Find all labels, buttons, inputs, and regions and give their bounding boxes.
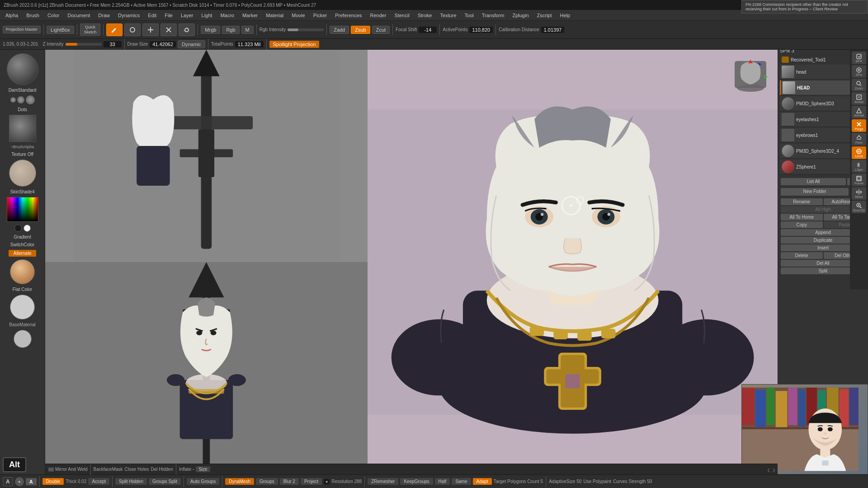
zoom3d-btn[interactable]: Zoom3D (852, 201, 866, 213)
adapt-btn[interactable]: Adapt (473, 478, 492, 485)
projection-master-btn[interactable]: Projection Master (3, 26, 41, 33)
local-btn[interactable]: Local (852, 146, 866, 159)
zoom-btn[interactable]: Zoom (852, 79, 866, 91)
menu-zscript[interactable]: Zscript (533, 12, 556, 19)
frame-btn[interactable]: Frame (852, 174, 866, 186)
menu-transform[interactable]: Transform (478, 12, 508, 19)
accept-btn[interactable]: Accept (88, 478, 109, 485)
actual-btn[interactable]: Actual (852, 92, 866, 105)
delete-btn[interactable]: Delete (781, 252, 823, 259)
menu-marker[interactable]: Marker (239, 12, 261, 19)
menu-brush[interactable]: Brush (23, 12, 43, 19)
menu-tool[interactable]: Tool (461, 12, 477, 19)
keep-groups-btn[interactable]: KeepGroups (400, 478, 433, 485)
viewport-3d[interactable] (368, 50, 778, 474)
blur-btn[interactable]: Blur 2 (280, 478, 299, 485)
menu-stroke[interactable]: Stroke (414, 12, 436, 19)
a-btn[interactable]: A (26, 478, 37, 485)
quick-sketch-btn[interactable]: QuickSketch (80, 23, 101, 36)
lsym-btn[interactable]: LSym (852, 160, 866, 173)
rotate-btn[interactable] (179, 23, 195, 36)
menu-picker[interactable]: Picker (310, 12, 331, 19)
move-3d-btn[interactable]: Move (852, 187, 866, 200)
zadd-btn[interactable]: Zadd (330, 26, 349, 34)
double-btn[interactable]: Double (42, 478, 64, 485)
dynamic-btn[interactable]: Dynamic (178, 40, 205, 48)
scale-btn[interactable] (160, 23, 177, 36)
half-btn[interactable]: Half (435, 478, 450, 485)
menu-file[interactable]: File (161, 12, 176, 19)
dyna-mesh-btn[interactable]: DynaMesh (225, 478, 254, 485)
menu-layer[interactable]: Layer (177, 12, 197, 19)
rename-btn[interactable]: Rename (781, 198, 823, 205)
rgb-intensity-slider[interactable] (288, 28, 324, 31)
flat-color-preview[interactable] (10, 295, 35, 319)
alternate-btn[interactable]: Alternate (9, 250, 36, 257)
draw-size-value[interactable]: 41.42062 (150, 41, 176, 47)
spotlight-projection-btn[interactable]: Spotlight Projection (269, 41, 320, 48)
mirror-weld-label[interactable]: Mirror And Weld (55, 467, 88, 472)
m-btn[interactable]: M (241, 26, 254, 34)
menu-document[interactable]: Document (64, 12, 94, 19)
floor-btn[interactable]: Floor (852, 133, 866, 145)
menu-preferences[interactable]: Preferences (331, 12, 365, 19)
plus-icon[interactable]: + (15, 477, 24, 486)
color-picker[interactable] (7, 197, 38, 222)
zsub-btn[interactable]: Zsub (351, 26, 370, 34)
all-to-home-btn[interactable]: All To Home (781, 214, 823, 221)
canvas-area[interactable] (45, 50, 778, 474)
del-hidden-label[interactable]: Del Hidden (151, 467, 173, 472)
menu-help[interactable]: Help (557, 12, 574, 19)
menu-color[interactable]: Color (44, 12, 63, 19)
edit-btn[interactable] (106, 23, 123, 36)
mrgb-btn[interactable]: Mrgb (201, 26, 220, 34)
purge-btn[interactable]: Purge (852, 119, 866, 132)
split-hidden-btn[interactable]: Split Hidden (115, 478, 147, 485)
z-intensity-value[interactable]: 33 (104, 41, 122, 47)
same-btn[interactable]: Same (452, 478, 471, 485)
zcut-btn[interactable]: Zcut (372, 26, 390, 34)
svg-rect-21 (189, 389, 224, 394)
menu-alpha[interactable]: Alpha (2, 12, 22, 19)
list-all-btn[interactable]: List All (781, 178, 846, 185)
size-label[interactable]: Size (196, 466, 210, 472)
rgb-btn[interactable]: Rgb (222, 26, 239, 34)
menu-texture[interactable]: Texture (436, 12, 460, 19)
backface-mask-label[interactable]: BackfaceMask (94, 467, 123, 472)
draw-btn[interactable] (124, 23, 141, 36)
background-color[interactable] (24, 225, 31, 232)
auto-groups-btn[interactable]: Auto Groups (187, 478, 219, 485)
menu-edit[interactable]: Edit (144, 12, 160, 19)
bpr-btn[interactable]: BPR (852, 52, 866, 64)
foreground-color[interactable] (14, 225, 22, 232)
aahalf-btn[interactable]: AAHalf (852, 106, 866, 118)
menu-render[interactable]: Render (367, 12, 390, 19)
groups-btn[interactable]: Groups (256, 478, 278, 485)
zremesher-btn[interactable]: ZRemesher (368, 478, 398, 485)
menu-macro[interactable]: Macro (217, 12, 238, 19)
spix-icon-btn[interactable]: SPix (852, 65, 866, 78)
groups-split-btn[interactable]: Groups Split (149, 478, 181, 485)
menu-movie[interactable]: Movie (288, 12, 308, 19)
brush-alpha-preview[interactable] (9, 115, 36, 142)
lightbox-btn[interactable]: LightBox (47, 26, 74, 34)
copy-btn[interactable]: Copy (781, 221, 823, 228)
menu-material[interactable]: Material (262, 12, 287, 19)
menu-draw[interactable]: Draw (94, 12, 113, 19)
new-folder-btn[interactable]: New Folder (781, 188, 849, 196)
menu-dynamics[interactable]: Dynamics (114, 12, 143, 19)
nav-gizmo[interactable] (732, 59, 769, 95)
project-btn[interactable]: Project (301, 478, 322, 485)
menu-light[interactable]: Light (198, 12, 216, 19)
close-holes-label[interactable]: Close Holes (125, 467, 149, 472)
inflate-label[interactable]: Inflate (179, 467, 191, 472)
texture-preview[interactable] (9, 160, 36, 187)
menu-zplugin[interactable]: Zplugin (509, 12, 532, 19)
focal-shift-value[interactable]: -14 (419, 27, 437, 33)
brush-preview[interactable] (7, 53, 38, 85)
move-btn[interactable] (142, 23, 159, 36)
menu-stencil[interactable]: Stencil (391, 12, 413, 19)
material-preview-large[interactable] (10, 259, 35, 284)
base-material-preview[interactable] (14, 330, 32, 348)
z-intensity-slider[interactable] (66, 43, 102, 46)
